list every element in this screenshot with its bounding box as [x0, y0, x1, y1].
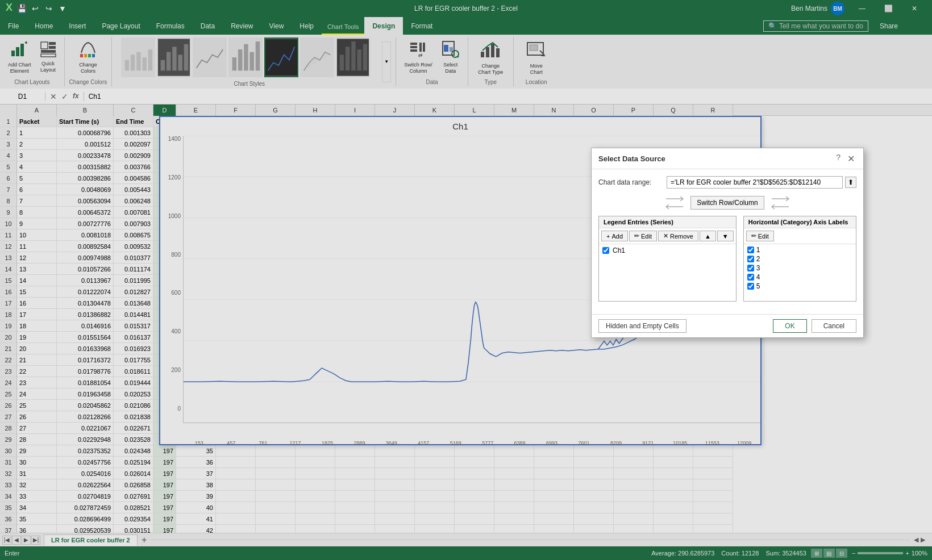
data-range-row: Chart data range: ⬆ — [598, 176, 856, 189]
axis-edit-icon: ✏ — [751, 232, 756, 240]
legend-item-checkbox[interactable] — [602, 247, 609, 254]
switch-arrows-icon — [663, 194, 686, 211]
switch-row-column-dialog-button[interactable]: Switch Row/Column — [690, 196, 764, 210]
axis-checkbox-3[interactable] — [747, 265, 754, 271]
edit-icon: ✏ — [634, 232, 639, 240]
axis-item-3: 3 — [745, 264, 855, 273]
switch-arrows-right-icon — [769, 194, 792, 211]
dialog-overlay: Select Data Source ? ✕ Chart data range:… — [0, 0, 932, 560]
switch-arrows: Switch Row/Column — [663, 194, 791, 211]
move-up-button[interactable]: ▲ — [700, 231, 716, 241]
edit-label: Edit — [641, 233, 652, 240]
legend-toolbar: + Add ✏ Edit ✕ Remove ▲ ▼ — [599, 228, 736, 244]
axis-edit-label: Edit — [758, 233, 769, 240]
dialog-title: Select Data Source — [598, 154, 665, 163]
axis-item-2: 2 — [745, 254, 855, 264]
footer-buttons: OK Cancel — [773, 319, 856, 333]
collapse-dialog-button[interactable]: ⬆ — [845, 177, 856, 188]
axis-checkbox-2[interactable] — [747, 256, 754, 262]
dialog-close-button[interactable]: ✕ — [845, 153, 856, 164]
axis-item-1: 1 — [745, 245, 855, 254]
remove-label: Remove — [670, 233, 693, 240]
add-series-button[interactable]: + Add — [601, 231, 628, 241]
switch-row: Switch Row/Column — [598, 194, 856, 211]
axis-checkbox-5[interactable] — [747, 283, 754, 290]
axis-labels-list[interactable]: 1 2 3 4 — [744, 244, 856, 301]
move-down-button[interactable]: ▼ — [717, 231, 734, 241]
cancel-button[interactable]: Cancel — [812, 319, 856, 333]
axis-checkbox-4[interactable] — [747, 274, 754, 281]
ok-button[interactable]: OK — [773, 319, 806, 333]
axis-label-4: 4 — [756, 273, 760, 281]
axis-label-2: 2 — [756, 255, 760, 263]
dialog-help-icon[interactable]: ? — [836, 153, 841, 164]
axis-label-5: 5 — [756, 282, 760, 290]
add-icon: + — [606, 233, 610, 240]
edit-axis-button[interactable]: ✏ Edit — [746, 231, 774, 241]
axis-panel-header: Horizontal (Category) Axis Labels — [744, 216, 856, 228]
legend-panel-header: Legend Entries (Series) — [599, 216, 736, 228]
axis-panel-title: Horizontal (Category) Axis Labels — [748, 219, 848, 225]
legend-section: Legend Entries (Series) + Add ✏ Edit ✕ — [598, 216, 856, 302]
axis-toolbar: ✏ Edit — [744, 228, 856, 244]
axis-checkbox-1[interactable] — [747, 246, 754, 253]
legend-panel-title: Legend Entries (Series) — [604, 219, 673, 225]
switch-btn-label: Switch Row/Column — [697, 199, 758, 207]
legend-item-ch1[interactable]: Ch1 — [600, 245, 735, 256]
chart-data-range-label: Chart data range: — [598, 178, 667, 186]
dialog-footer: Hidden and Empty Cells OK Cancel — [592, 314, 863, 337]
dialog-header-buttons: ? ✕ — [836, 153, 856, 164]
remove-icon: ✕ — [663, 232, 668, 240]
select-data-source-dialog: Select Data Source ? ✕ Chart data range:… — [591, 148, 864, 338]
axis-label-3: 3 — [756, 264, 760, 272]
axis-label-1: 1 — [756, 246, 760, 254]
edit-series-button[interactable]: ✏ Edit — [629, 231, 657, 241]
axis-item-5: 5 — [745, 282, 855, 291]
axis-item-4: 4 — [745, 273, 855, 282]
chart-data-range-input[interactable] — [667, 176, 843, 189]
legend-entries-panel: Legend Entries (Series) + Add ✏ Edit ✕ — [598, 216, 737, 302]
legend-item-label: Ch1 — [613, 246, 625, 254]
legend-entries-list: Ch1 — [599, 244, 736, 301]
dialog-title-bar: Select Data Source ? ✕ — [592, 148, 863, 169]
axis-labels-panel: Horizontal (Category) Axis Labels ✏ Edit… — [743, 216, 856, 302]
dialog-body: Chart data range: ⬆ Switch Row/Column — [592, 169, 863, 314]
remove-series-button[interactable]: ✕ Remove — [658, 231, 698, 241]
hidden-empty-cells-button[interactable]: Hidden and Empty Cells — [598, 319, 686, 333]
add-label: Add — [611, 233, 623, 240]
